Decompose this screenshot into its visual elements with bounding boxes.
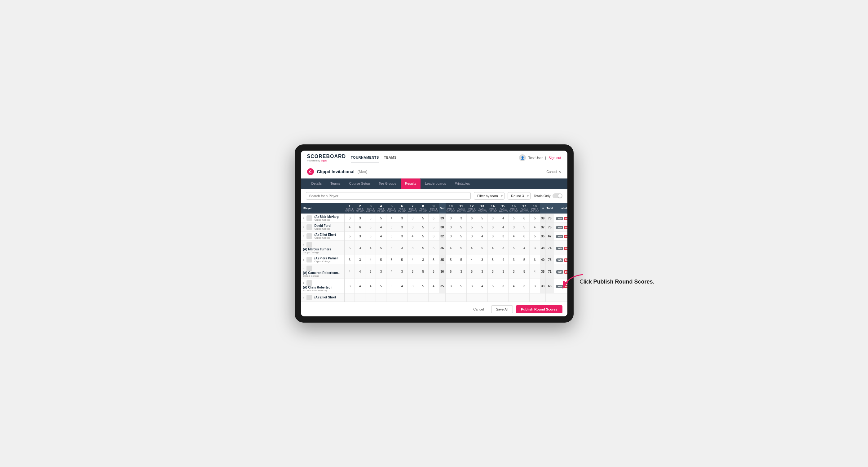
score-cell[interactable]: 3 xyxy=(508,255,519,264)
score-cell[interactable]: 4 xyxy=(530,264,540,279)
score-cell[interactable]: 4 xyxy=(355,279,365,293)
score-cell[interactable]: 3 xyxy=(445,232,456,241)
score-cell[interactable]: 5 xyxy=(418,264,428,279)
score-cell[interactable]: 5 xyxy=(445,255,456,264)
score-cell[interactable]: 4 xyxy=(386,264,397,279)
score-cell[interactable]: 5 xyxy=(456,223,466,232)
sign-out-link[interactable]: Sign out xyxy=(549,156,561,160)
score-cell[interactable]: 4 xyxy=(498,214,508,223)
nav-tournaments[interactable]: TOURNAMENTS xyxy=(351,153,379,162)
filter-team-select[interactable]: Filter by team xyxy=(474,192,504,199)
score-cell[interactable]: 3 xyxy=(445,279,456,293)
score-cell[interactable]: 4 xyxy=(407,255,418,264)
tab-tee-groups[interactable]: Tee Groups xyxy=(374,179,401,189)
score-cell[interactable]: 3 xyxy=(445,223,456,232)
search-input[interactable] xyxy=(306,192,471,199)
score-cell[interactable]: 3 xyxy=(407,214,418,223)
score-cell[interactable] xyxy=(355,293,365,302)
score-cell[interactable] xyxy=(418,293,428,302)
score-cell[interactable]: 4 xyxy=(466,241,477,255)
score-cell[interactable]: 4 xyxy=(397,279,407,293)
score-cell[interactable]: 5 xyxy=(418,279,428,293)
score-cell[interactable]: 6 xyxy=(445,264,456,279)
score-cell[interactable]: 3 xyxy=(488,223,498,232)
score-cell[interactable]: 4 xyxy=(365,241,376,255)
score-cell[interactable]: 3 xyxy=(355,214,365,223)
score-cell[interactable]: 3 xyxy=(365,232,376,241)
tab-teams[interactable]: Teams xyxy=(326,179,345,189)
score-cell[interactable]: 4 xyxy=(488,241,498,255)
score-cell[interactable]: 3 xyxy=(355,241,365,255)
score-cell[interactable]: 3 xyxy=(397,264,407,279)
score-cell[interactable]: 4 xyxy=(477,232,488,241)
score-cell[interactable]: 5 xyxy=(466,223,477,232)
score-cell[interactable]: 3 xyxy=(344,214,355,223)
score-cell[interactable]: 5 xyxy=(477,241,488,255)
score-cell[interactable] xyxy=(428,293,439,302)
score-cell[interactable]: 3 xyxy=(488,232,498,241)
score-cell[interactable]: 4 xyxy=(508,279,519,293)
score-cell[interactable]: 3 xyxy=(456,214,466,223)
score-cell[interactable]: 5 xyxy=(418,241,428,255)
score-cell[interactable]: 6 xyxy=(355,223,365,232)
score-cell[interactable]: 3 xyxy=(407,223,418,232)
score-cell[interactable]: 3 xyxy=(386,255,397,264)
score-cell[interactable] xyxy=(365,293,376,302)
score-cell[interactable]: 5 xyxy=(488,255,498,264)
score-cell[interactable]: 3 xyxy=(488,264,498,279)
score-cell[interactable]: 5 xyxy=(428,255,439,264)
score-cell[interactable]: 3 xyxy=(365,223,376,232)
score-cell[interactable] xyxy=(466,293,477,302)
score-cell[interactable]: 5 xyxy=(456,279,466,293)
score-cell[interactable]: 5 xyxy=(456,232,466,241)
score-cell[interactable]: 3 xyxy=(530,241,540,255)
score-cell[interactable]: 4 xyxy=(530,223,540,232)
score-cell[interactable] xyxy=(498,293,508,302)
score-cell[interactable]: 3 xyxy=(344,255,355,264)
score-cell[interactable]: 4 xyxy=(498,255,508,264)
score-cell[interactable]: 4 xyxy=(428,279,439,293)
score-cell[interactable]: 5 xyxy=(428,223,439,232)
tab-details[interactable]: Details xyxy=(307,179,326,189)
score-cell[interactable] xyxy=(344,293,355,302)
tab-leaderboards[interactable]: Leaderboards xyxy=(421,179,450,189)
score-cell[interactable]: 5 xyxy=(508,214,519,223)
score-cell[interactable]: 3 xyxy=(498,264,508,279)
score-cell[interactable]: 3 xyxy=(418,255,428,264)
score-cell[interactable] xyxy=(508,293,519,302)
score-cell[interactable]: 6 xyxy=(519,232,530,241)
score-cell[interactable]: 5 xyxy=(488,279,498,293)
score-cell[interactable] xyxy=(397,293,407,302)
score-cell[interactable]: 5 xyxy=(428,241,439,255)
score-cell[interactable]: 6 xyxy=(519,214,530,223)
score-cell[interactable]: 5 xyxy=(456,255,466,264)
score-cell[interactable]: 5 xyxy=(376,279,386,293)
score-cell[interactable]: 5 xyxy=(418,232,428,241)
score-cell[interactable]: 5 xyxy=(418,214,428,223)
score-cell[interactable]: 4 xyxy=(344,223,355,232)
score-cell[interactable]: 4 xyxy=(508,232,519,241)
round-select[interactable]: Round 3 xyxy=(507,192,530,199)
score-cell[interactable]: 4 xyxy=(386,214,397,223)
score-cell[interactable] xyxy=(456,293,466,302)
score-cell[interactable]: 3 xyxy=(456,264,466,279)
score-cell[interactable]: 3 xyxy=(397,232,407,241)
score-cell[interactable]: 5 xyxy=(418,223,428,232)
cancel-footer-btn[interactable]: Cancel xyxy=(469,306,488,313)
score-cell[interactable]: 4 xyxy=(407,232,418,241)
score-cell[interactable]: 5 xyxy=(365,214,376,223)
score-cell[interactable]: 4 xyxy=(445,241,456,255)
score-cell[interactable]: 5 xyxy=(365,264,376,279)
totals-only-toggle[interactable] xyxy=(553,193,562,198)
score-cell[interactable]: 4 xyxy=(376,223,386,232)
score-cell[interactable]: 3 xyxy=(355,232,365,241)
score-cell[interactable]: 5 xyxy=(477,223,488,232)
score-cell[interactable]: 3 xyxy=(397,223,407,232)
score-cell[interactable]: 5 xyxy=(508,241,519,255)
score-cell[interactable]: 5 xyxy=(428,264,439,279)
score-cell[interactable]: 4 xyxy=(355,264,365,279)
score-cell[interactable]: 5 xyxy=(344,241,355,255)
score-cell[interactable]: 4 xyxy=(376,232,386,241)
score-cell[interactable] xyxy=(386,293,397,302)
score-cell[interactable]: 5 xyxy=(519,264,530,279)
